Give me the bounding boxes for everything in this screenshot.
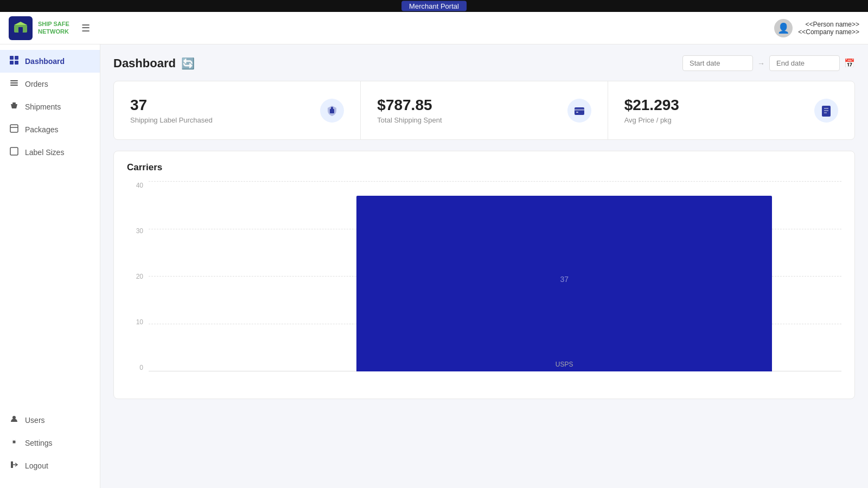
label-sizes-icon bbox=[9, 147, 20, 158]
sidebar-item-users[interactable]: Users bbox=[0, 409, 100, 432]
start-date-input[interactable] bbox=[682, 55, 753, 71]
stat-card-1: $787.85 Total Shipping Spent bbox=[361, 81, 608, 139]
avatar: 👤 bbox=[774, 19, 793, 37]
svg-rect-20 bbox=[576, 112, 578, 113]
svg-rect-17 bbox=[330, 109, 334, 113]
settings-icon bbox=[9, 438, 20, 448]
packages-icon bbox=[9, 124, 20, 135]
stat-icon-0 bbox=[320, 99, 344, 123]
sidebar-item-dashboard[interactable]: Dashboard bbox=[0, 50, 100, 73]
chart-y-labels: 010203040 bbox=[127, 182, 146, 371]
stat-info-0: 37 Shipping Label Purchased bbox=[130, 97, 213, 124]
calendar-icon[interactable]: 📅 bbox=[844, 58, 855, 68]
main-content: Dashboard 🔄 → 📅 37 Shipping Label Purcha… bbox=[100, 44, 868, 488]
svg-rect-3 bbox=[10, 56, 14, 60]
stat-label-0: Shipping Label Purchased bbox=[130, 116, 213, 124]
svg-rect-11 bbox=[10, 125, 18, 132]
y-label: 0 bbox=[127, 364, 146, 371]
x-axis-label-usps: USPS bbox=[556, 361, 573, 368]
sidebar-item-label: Users bbox=[25, 416, 45, 425]
stat-value-0: 37 bbox=[130, 97, 213, 114]
stat-card-2: $21.293 Avg Price / pkg bbox=[608, 81, 854, 139]
svg-rect-6 bbox=[15, 61, 18, 65]
sidebar-item-label: Logout bbox=[25, 461, 48, 470]
bar-usps bbox=[356, 196, 772, 371]
bar-container: 37 bbox=[356, 182, 772, 371]
svg-rect-2 bbox=[18, 27, 23, 33]
y-label: 20 bbox=[127, 273, 146, 280]
sidebar-item-label-sizes[interactable]: Label Sizes bbox=[0, 141, 100, 164]
header: SHIP SAFE NETWORK ☰ 👤 <<Person name>> <<… bbox=[0, 12, 868, 44]
bottom-nav: UsersSettingsLogout bbox=[0, 409, 100, 477]
sidebar-item-label: Orders bbox=[25, 80, 48, 88]
stats-row: 37 Shipping Label Purchased $787.85 Tota… bbox=[113, 81, 855, 140]
stat-card-0: 37 Shipping Label Purchased bbox=[114, 81, 361, 139]
layout: DashboardOrdersShipmentsPackagesLabel Si… bbox=[0, 44, 868, 488]
header-right: 👤 <<Person name>> <<Company name>> bbox=[774, 19, 859, 37]
svg-rect-18 bbox=[575, 107, 584, 115]
stat-label-2: Avg Price / pkg bbox=[624, 116, 679, 124]
svg-rect-4 bbox=[15, 56, 18, 60]
svg-rect-9 bbox=[10, 85, 18, 86]
sidebar-item-label: Label Sizes bbox=[25, 148, 64, 157]
main-nav: DashboardOrdersShipmentsPackagesLabel Si… bbox=[0, 50, 100, 164]
stat-label-1: Total Shipping Spent bbox=[377, 116, 442, 124]
stat-info-1: $787.85 Total Shipping Spent bbox=[377, 97, 442, 124]
date-filter: → 📅 bbox=[682, 55, 855, 71]
svg-rect-10 bbox=[12, 102, 16, 104]
stat-icon-1 bbox=[567, 99, 591, 123]
chart-section: Carriers 010203040 37USPS bbox=[113, 151, 855, 399]
sidebar-item-settings[interactable]: Settings bbox=[0, 432, 100, 454]
shipments-icon bbox=[9, 101, 20, 112]
svg-rect-8 bbox=[10, 82, 18, 84]
hamburger-menu[interactable]: ☰ bbox=[81, 22, 90, 34]
svg-rect-13 bbox=[10, 147, 18, 155]
dashboard-icon bbox=[9, 56, 20, 67]
date-arrow-icon: → bbox=[757, 59, 765, 68]
sidebar-item-packages[interactable]: Packages bbox=[0, 118, 100, 141]
sidebar-item-shipments[interactable]: Shipments bbox=[0, 95, 100, 118]
chart-title: Carriers bbox=[127, 162, 841, 173]
page-title: Dashboard bbox=[113, 56, 176, 70]
sidebar-item-label: Dashboard bbox=[25, 57, 65, 66]
svg-rect-19 bbox=[575, 109, 584, 111]
logo-icon bbox=[9, 16, 33, 40]
person-name: <<Person name>> bbox=[798, 21, 859, 28]
logo-text: SHIP SAFE NETWORK bbox=[38, 21, 69, 35]
end-date-input[interactable] bbox=[769, 55, 840, 71]
bar-value-label: 37 bbox=[560, 275, 569, 284]
y-label: 40 bbox=[127, 182, 146, 189]
sidebar-item-logout[interactable]: Logout bbox=[0, 454, 100, 477]
sidebar-bottom: UsersSettingsLogout bbox=[0, 409, 100, 488]
svg-rect-21 bbox=[822, 106, 831, 117]
sidebar-item-label: Settings bbox=[25, 439, 53, 447]
merchant-portal-button[interactable]: Merchant Portal bbox=[401, 1, 467, 11]
sidebar-item-label: Shipments bbox=[25, 102, 61, 111]
refresh-icon[interactable]: 🔄 bbox=[181, 57, 195, 70]
svg-rect-7 bbox=[10, 80, 18, 81]
y-label: 10 bbox=[127, 318, 146, 326]
top-bar: Merchant Portal bbox=[0, 0, 868, 12]
stat-info-2: $21.293 Avg Price / pkg bbox=[624, 97, 679, 124]
users-icon bbox=[9, 415, 20, 426]
chart-area: 010203040 37USPS bbox=[127, 182, 841, 388]
orders-icon bbox=[9, 79, 20, 89]
stat-value-1: $787.85 bbox=[377, 97, 442, 114]
page-header: Dashboard 🔄 → 📅 bbox=[113, 55, 855, 71]
svg-marker-1 bbox=[14, 22, 27, 25]
sidebar-item-orders[interactable]: Orders bbox=[0, 73, 100, 95]
logo-area: SHIP SAFE NETWORK ☰ bbox=[9, 16, 90, 40]
person-info: <<Person name>> <<Company name>> bbox=[798, 21, 859, 36]
stat-icon-2 bbox=[814, 99, 838, 123]
sidebar: DashboardOrdersShipmentsPackagesLabel Si… bbox=[0, 44, 100, 488]
company-name: <<Company name>> bbox=[798, 28, 859, 36]
stat-value-2: $21.293 bbox=[624, 97, 679, 114]
y-label: 30 bbox=[127, 227, 146, 235]
sidebar-item-label: Packages bbox=[25, 125, 58, 134]
svg-rect-5 bbox=[10, 61, 14, 65]
chart-plot: 37USPS bbox=[149, 182, 841, 371]
logout-icon bbox=[9, 460, 20, 471]
